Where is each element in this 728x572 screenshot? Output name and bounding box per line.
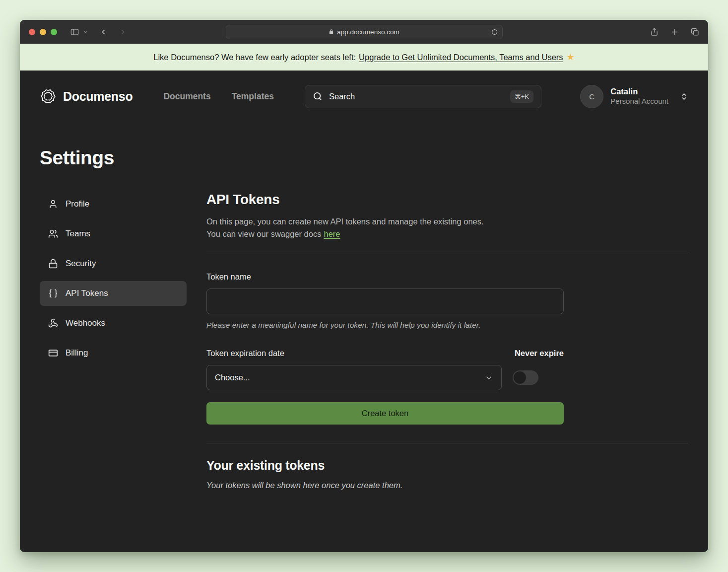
app-header: Documenso Documents Templates Search ⌘+K…	[20, 71, 708, 122]
sidebar-item-label: API Tokens	[66, 288, 108, 298]
page-title: Settings	[40, 147, 688, 169]
user-icon	[48, 199, 58, 209]
search-icon	[313, 91, 323, 101]
credit-card-icon	[48, 348, 58, 358]
account-menu[interactable]: C Catalin Personal Account	[580, 85, 688, 108]
settings-page: Settings Profile Teams	[20, 147, 708, 490]
expiration-label: Token expiration date	[206, 349, 284, 358]
new-tab-icon[interactable]	[670, 28, 679, 36]
token-name-field: Token name Please enter a meaningful nam…	[206, 272, 688, 330]
forward-icon[interactable]	[119, 28, 127, 36]
toggle-knob	[514, 371, 526, 384]
never-expire-toggle[interactable]	[513, 370, 538, 385]
section-title: API Tokens	[206, 192, 688, 208]
nav-documents[interactable]: Documents	[163, 91, 210, 102]
account-name: Catalin	[610, 86, 668, 97]
divider	[206, 443, 688, 443]
chevrons-up-down-icon	[680, 92, 688, 101]
minimize-window-button[interactable]	[40, 29, 46, 35]
brand-name: Documenso	[63, 89, 132, 104]
titlebar-right-icons	[650, 27, 699, 36]
swagger-docs-link[interactable]: here	[324, 229, 340, 238]
chevron-down-icon	[484, 373, 493, 382]
sidebar-item-api-tokens[interactable]: API Tokens	[40, 281, 187, 306]
lock-icon	[329, 29, 334, 35]
sidebar-item-teams[interactable]: Teams	[40, 221, 187, 246]
zoom-window-button[interactable]	[51, 29, 57, 35]
sidebar-item-label: Teams	[66, 229, 90, 239]
documenso-logo-icon	[40, 88, 57, 105]
braces-icon	[48, 288, 58, 298]
browser-titlebar: app.documenso.com	[20, 20, 708, 44]
sidebar-item-label: Webhooks	[66, 318, 105, 328]
divider	[206, 254, 688, 254]
close-window-button[interactable]	[29, 29, 35, 35]
api-tokens-section: API Tokens On this page, you can create …	[206, 192, 688, 490]
star-icon: ★	[567, 52, 575, 63]
upgrade-link[interactable]: Upgrade to Get Unlimited Documents, Team…	[359, 53, 563, 62]
sidebar-toggle-icon[interactable]	[70, 27, 79, 37]
avatar: C	[580, 85, 603, 108]
users-icon	[48, 229, 58, 239]
settings-sidebar: Profile Teams Security	[40, 192, 187, 490]
window-controls	[29, 29, 57, 35]
sidebar-chevron-icon[interactable]	[83, 29, 88, 35]
back-icon[interactable]	[99, 28, 108, 36]
main-nav: Documents Templates	[163, 91, 274, 102]
url-text: app.documenso.com	[337, 28, 399, 36]
section-description-line2: You can view our swagger docshere	[206, 228, 688, 240]
promo-banner: Like Documenso? We have few early adopte…	[20, 44, 708, 71]
account-info: Catalin Personal Account	[610, 86, 668, 106]
section-description-line1: On this page, you can create new API tok…	[206, 215, 688, 228]
promo-text: Like Documenso? We have few early adopte…	[153, 53, 356, 62]
browser-window: app.documenso.com Like Documenso? We hav…	[20, 20, 708, 552]
app-content: Documenso Documents Templates Search ⌘+K…	[20, 71, 708, 552]
never-expire-label: Never expire	[515, 349, 564, 358]
sidebar-item-billing[interactable]: Billing	[40, 341, 187, 365]
expiration-field: Token expiration date Never expire Choos…	[206, 349, 564, 390]
lock-icon	[48, 259, 58, 269]
sidebar-item-webhooks[interactable]: Webhooks	[40, 311, 187, 336]
existing-tokens-empty-text: Your tokens will be shown here once you …	[206, 481, 688, 490]
account-type: Personal Account	[610, 97, 668, 106]
expiration-select[interactable]: Choose...	[206, 365, 502, 390]
sidebar-item-label: Billing	[66, 348, 88, 358]
search-placeholder: Search	[329, 92, 355, 101]
token-name-label: Token name	[206, 272, 688, 282]
sidebar-item-profile[interactable]: Profile	[40, 192, 187, 216]
tab-overview-icon[interactable]	[691, 28, 699, 36]
address-bar[interactable]: app.documenso.com	[226, 25, 503, 39]
token-name-input[interactable]	[206, 288, 564, 314]
webhook-icon	[48, 318, 58, 328]
sidebar-item-security[interactable]: Security	[40, 251, 187, 276]
share-icon[interactable]	[650, 27, 659, 36]
token-name-help: Please enter a meaningful name for your …	[206, 321, 688, 330]
create-token-button[interactable]: Create token	[206, 402, 564, 425]
search-input[interactable]: Search ⌘+K	[305, 85, 541, 108]
sidebar-item-label: Profile	[66, 199, 89, 209]
existing-tokens-heading: Your existing tokens	[206, 458, 688, 473]
search-shortcut-badge: ⌘+K	[510, 90, 533, 103]
expiration-selected-value: Choose...	[215, 373, 250, 382]
nav-templates[interactable]: Templates	[232, 91, 274, 102]
reload-icon[interactable]	[491, 29, 498, 35]
brand-logo[interactable]: Documenso	[40, 88, 132, 105]
sidebar-item-label: Security	[66, 259, 96, 269]
